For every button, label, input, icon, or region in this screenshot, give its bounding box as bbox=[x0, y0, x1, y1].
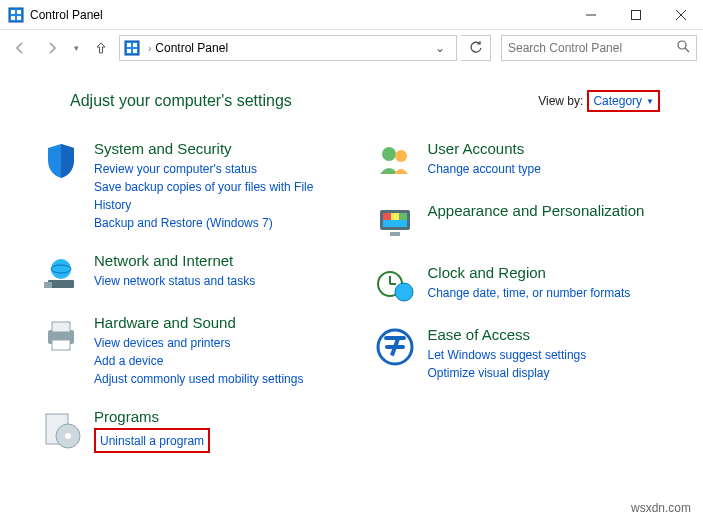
category-sublink[interactable]: Review your computer's status bbox=[94, 160, 350, 178]
svg-rect-32 bbox=[399, 213, 407, 220]
category-sublink[interactable]: Backup and Restore (Windows 7) bbox=[94, 214, 350, 232]
address-bar[interactable]: › Control Panel ⌄ bbox=[119, 35, 457, 61]
disc-box-icon bbox=[40, 408, 82, 450]
users-icon bbox=[374, 140, 416, 182]
svg-rect-19 bbox=[44, 282, 52, 288]
address-dropdown[interactable]: ⌄ bbox=[428, 41, 452, 55]
svg-rect-21 bbox=[52, 322, 70, 332]
category-title-link[interactable]: User Accounts bbox=[428, 140, 541, 158]
category-appearance: Appearance and Personalization bbox=[374, 202, 684, 244]
category-title-link[interactable]: Appearance and Personalization bbox=[428, 202, 645, 220]
recent-locations-dropdown[interactable]: ▾ bbox=[70, 43, 83, 53]
main-content: Adjust your computer's settings View by:… bbox=[0, 66, 703, 483]
category-sublink[interactable]: View network status and tasks bbox=[94, 272, 255, 290]
up-button[interactable] bbox=[87, 34, 115, 62]
printer-icon bbox=[40, 314, 82, 356]
category-user-accounts: User Accounts Change account type bbox=[374, 140, 684, 182]
svg-rect-1 bbox=[11, 10, 15, 14]
category-title-link[interactable]: Hardware and Sound bbox=[94, 314, 303, 332]
shield-icon bbox=[40, 140, 82, 182]
category-title-link[interactable]: System and Security bbox=[94, 140, 350, 158]
category-programs: Programs Uninstall a program bbox=[40, 408, 350, 453]
breadcrumb-item[interactable]: Control Panel bbox=[155, 41, 228, 55]
page-heading: Adjust your computer's settings bbox=[70, 92, 292, 110]
svg-rect-31 bbox=[391, 213, 399, 220]
maximize-button[interactable] bbox=[613, 0, 658, 29]
category-title-link[interactable]: Ease of Access bbox=[428, 326, 587, 344]
category-column-left: System and Security Review your computer… bbox=[40, 140, 350, 473]
category-sublink[interactable]: Optimize visual display bbox=[428, 364, 587, 382]
svg-rect-33 bbox=[390, 232, 400, 236]
category-hardware-sound: Hardware and Sound View devices and prin… bbox=[40, 314, 350, 388]
view-by-control: View by: Category ▼ bbox=[538, 90, 660, 112]
svg-point-25 bbox=[65, 433, 71, 439]
view-by-label: View by: bbox=[538, 94, 583, 108]
svg-rect-10 bbox=[127, 43, 131, 47]
category-sublink[interactable]: Save backup copies of your files with Fi… bbox=[94, 178, 350, 214]
uninstall-program-link[interactable]: Uninstall a program bbox=[100, 434, 204, 448]
svg-rect-4 bbox=[17, 16, 21, 20]
category-clock-region: Clock and Region Change date, time, or n… bbox=[374, 264, 684, 306]
back-button[interactable] bbox=[6, 34, 34, 62]
category-column-right: User Accounts Change account type Appear… bbox=[374, 140, 684, 473]
navigation-toolbar: ▾ › Control Panel ⌄ bbox=[0, 30, 703, 66]
view-by-value: Category bbox=[593, 94, 642, 108]
forward-button[interactable] bbox=[38, 34, 66, 62]
search-box[interactable] bbox=[501, 35, 697, 61]
category-sublink[interactable]: Let Windows suggest settings bbox=[428, 346, 587, 364]
accessibility-icon bbox=[374, 326, 416, 368]
network-icon bbox=[40, 252, 82, 294]
control-panel-icon bbox=[8, 7, 24, 23]
category-sublink[interactable]: Adjust commonly used mobility settings bbox=[94, 370, 303, 388]
monitor-icon bbox=[374, 202, 416, 244]
chevron-right-icon[interactable]: › bbox=[144, 43, 155, 54]
category-title-link[interactable]: Network and Internet bbox=[94, 252, 255, 270]
svg-line-15 bbox=[685, 48, 689, 52]
category-system-security: System and Security Review your computer… bbox=[40, 140, 350, 232]
highlighted-link: Uninstall a program bbox=[94, 428, 210, 453]
svg-point-14 bbox=[678, 41, 686, 49]
control-panel-icon bbox=[124, 40, 140, 56]
svg-rect-30 bbox=[383, 213, 391, 220]
refresh-button[interactable] bbox=[461, 35, 491, 61]
category-network-internet: Network and Internet View network status… bbox=[40, 252, 350, 294]
category-ease-of-access: Ease of Access Let Windows suggest setti… bbox=[374, 326, 684, 382]
category-sublink[interactable]: View devices and printers bbox=[94, 334, 303, 352]
search-icon[interactable] bbox=[676, 39, 690, 57]
svg-point-27 bbox=[395, 150, 407, 162]
svg-point-37 bbox=[395, 283, 413, 301]
category-title-link[interactable]: Clock and Region bbox=[428, 264, 631, 282]
svg-rect-2 bbox=[17, 10, 21, 14]
close-button[interactable] bbox=[658, 0, 703, 29]
window-titlebar: Control Panel bbox=[0, 0, 703, 30]
window-controls bbox=[568, 0, 703, 29]
window-title: Control Panel bbox=[30, 8, 568, 22]
svg-point-26 bbox=[382, 147, 396, 161]
svg-rect-13 bbox=[133, 49, 137, 53]
chevron-down-icon: ▼ bbox=[646, 97, 654, 106]
svg-rect-22 bbox=[52, 340, 70, 350]
view-by-dropdown[interactable]: Category ▼ bbox=[587, 90, 660, 112]
svg-rect-6 bbox=[631, 10, 640, 19]
category-sublink[interactable]: Add a device bbox=[94, 352, 303, 370]
svg-rect-3 bbox=[11, 16, 15, 20]
category-sublink[interactable]: Change account type bbox=[428, 160, 541, 178]
svg-rect-12 bbox=[127, 49, 131, 53]
category-title-link[interactable]: Programs bbox=[94, 408, 210, 426]
category-sublink[interactable]: Change date, time, or number formats bbox=[428, 284, 631, 302]
minimize-button[interactable] bbox=[568, 0, 613, 29]
svg-point-16 bbox=[51, 259, 71, 279]
search-input[interactable] bbox=[508, 41, 676, 55]
clock-globe-icon bbox=[374, 264, 416, 306]
svg-rect-11 bbox=[133, 43, 137, 47]
watermark-text: wsxdn.com bbox=[631, 501, 691, 515]
